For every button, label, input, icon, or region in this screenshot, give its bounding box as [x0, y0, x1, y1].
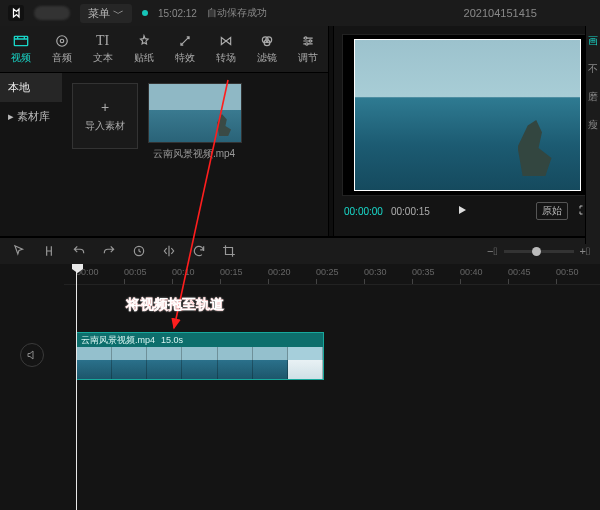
record-icon[interactable]: [130, 242, 148, 260]
preview-content: [518, 120, 552, 176]
zoom-slider[interactable]: [504, 250, 574, 253]
caret-right-icon: ▸: [8, 110, 17, 122]
track-header: [0, 330, 64, 380]
ruler-tick: 00:05: [124, 267, 147, 277]
tool-tabs: 视频 音频 TI 文本 贴纸 特效 转场: [0, 26, 328, 73]
tab-effect[interactable]: 特效: [164, 26, 205, 72]
menu-dropdown[interactable]: 菜单 ﹀: [80, 4, 132, 23]
mirror-icon[interactable]: [160, 242, 178, 260]
select-tool-icon[interactable]: [10, 242, 28, 260]
mute-button[interactable]: [20, 343, 44, 367]
ruler-tick: 00:50: [556, 267, 579, 277]
ruler-tick: 00:30: [364, 267, 387, 277]
svg-rect-0: [14, 36, 27, 45]
track-content[interactable]: 云南风景视频.mp4 15.0s: [64, 330, 600, 380]
clip-name: 云南风景视频.mp4: [81, 334, 155, 347]
title-bar: 菜单 ﹀ 15:02:12 自动保存成功 202104151415: [0, 0, 600, 26]
import-label: 导入素材: [85, 119, 125, 133]
undo-icon[interactable]: [70, 242, 88, 260]
clip-header: 云南风景视频.mp4 15.0s: [77, 333, 323, 347]
svg-point-1: [56, 36, 67, 47]
aspect-ratio-button[interactable]: 原始: [536, 202, 568, 220]
tab-label: 文本: [93, 51, 113, 65]
app-logo: [8, 5, 24, 21]
ruler-tick: 00:40: [460, 267, 483, 277]
tab-text[interactable]: TI 文本: [82, 26, 123, 72]
crop-icon[interactable]: [220, 242, 238, 260]
tab-label: 音频: [52, 51, 72, 65]
video-clip[interactable]: 云南风景视频.mp4 15.0s: [76, 332, 324, 380]
tab-audio[interactable]: 音频: [41, 26, 82, 72]
sticker-icon: [137, 33, 151, 49]
playhead[interactable]: [76, 264, 77, 510]
svg-point-6: [304, 37, 306, 39]
upper-panels: 视频 音频 TI 文本 贴纸 特效 转场: [0, 26, 600, 236]
redo-icon[interactable]: [100, 242, 118, 260]
preview-viewport[interactable]: [342, 34, 592, 196]
autosave-text: 自动保存成功: [207, 6, 267, 20]
svg-point-7: [309, 40, 311, 42]
prop-c: 磨: [588, 90, 598, 104]
tab-label: 调节: [298, 51, 318, 65]
ruler-tick: 00:45: [508, 267, 531, 277]
timeline-toolbar: −⃝ +⃝: [0, 236, 600, 264]
side-item-library[interactable]: ▸ 素材库: [0, 102, 62, 131]
time-ruler[interactable]: 00:00 00:05 00:10 00:15 00:20 00:25 00:3…: [64, 264, 600, 285]
tab-label: 滤镜: [257, 51, 277, 65]
transition-icon: [219, 33, 233, 49]
zoom-control: −⃝ +⃝: [487, 245, 590, 257]
text-icon: TI: [96, 33, 109, 49]
adjust-icon: [301, 33, 315, 49]
tab-filter[interactable]: 滤镜: [246, 26, 287, 72]
preview-controls: 00:00:00 00:00:15 原始: [334, 200, 600, 226]
timecode-current: 00:00:00: [344, 206, 383, 217]
autosave-indicator-icon: [142, 10, 148, 16]
video-icon: [13, 33, 29, 49]
tab-adjust[interactable]: 调节: [287, 26, 328, 72]
project-name: 202104151415: [464, 7, 537, 19]
blurred-region: [34, 6, 70, 20]
play-button[interactable]: [456, 204, 468, 218]
tab-label: 视频: [11, 51, 31, 65]
split-tool-icon[interactable]: [40, 242, 58, 260]
ruler-tick: 00:15: [220, 267, 243, 277]
right-property-strip: 画 不 磨 瘦: [585, 26, 600, 244]
plus-icon: +: [101, 99, 109, 115]
tab-label: 贴纸: [134, 51, 154, 65]
ruler-tick: 00:35: [412, 267, 435, 277]
video-track[interactable]: 云南风景视频.mp4 15.0s: [0, 330, 600, 380]
tab-label: 转场: [216, 51, 236, 65]
import-media-button[interactable]: + 导入素材: [72, 83, 138, 149]
thumbnail-name: 云南风景视频.mp4: [148, 147, 240, 161]
zoom-out-icon[interactable]: −⃝: [487, 245, 497, 257]
media-area: + 导入素材 云南风景视频.mp4: [62, 73, 328, 236]
tracks-area: 云南风景视频.mp4 15.0s: [0, 284, 600, 510]
prop-b: 不: [588, 62, 598, 76]
thumbnail-image: [148, 83, 242, 143]
prop-a[interactable]: 画: [588, 34, 598, 48]
tab-label: 特效: [175, 51, 195, 65]
preview-frame: [354, 39, 581, 191]
timecode-total: 00:00:15: [391, 206, 430, 217]
media-thumbnail[interactable]: 云南风景视频.mp4: [148, 83, 240, 226]
clip-thumbnails: [77, 347, 323, 379]
svg-point-2: [60, 39, 64, 43]
svg-point-8: [305, 43, 307, 45]
media-panel: 视频 音频 TI 文本 贴纸 特效 转场: [0, 26, 329, 236]
chevron-down-icon: ﹀: [113, 6, 124, 21]
ruler-tick: 00:10: [172, 267, 195, 277]
zoom-in-icon[interactable]: +⃝: [580, 245, 590, 257]
tab-transition[interactable]: 转场: [205, 26, 246, 72]
ruler-tick: 00:20: [268, 267, 291, 277]
rotate-icon[interactable]: [190, 242, 208, 260]
tab-sticker[interactable]: 贴纸: [123, 26, 164, 72]
audio-icon: [55, 33, 69, 49]
side-item-local[interactable]: 本地: [0, 73, 62, 102]
timeline: 00:00 00:05 00:10 00:15 00:20 00:25 00:3…: [0, 264, 600, 510]
ruler-tick: 00:25: [316, 267, 339, 277]
filter-icon: [260, 33, 274, 49]
preview-panel: 00:00:00 00:00:15 原始: [333, 26, 600, 236]
autosave-time: 15:02:12: [158, 8, 197, 19]
tab-video[interactable]: 视频: [0, 26, 41, 72]
clip-duration: 15.0s: [161, 335, 183, 345]
